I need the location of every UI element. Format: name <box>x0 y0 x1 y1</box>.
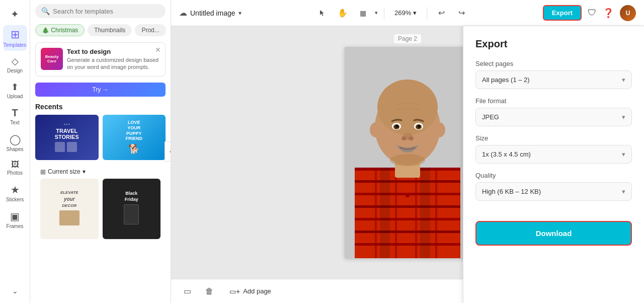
add-page-button[interactable]: ▭+ Add page <box>223 284 277 298</box>
cloud-icon: ☁ <box>179 8 187 18</box>
search-bar[interactable]: 🔍 <box>35 4 166 18</box>
sidebar-item-more[interactable]: ⌄ <box>3 284 27 298</box>
file-format-chevron: ▾ <box>622 113 625 121</box>
main-area: ☁ Untitled image ▾ ✋ ▦ ▾ 269% ▾ <box>171 0 644 303</box>
close-icon[interactable]: ✕ <box>155 46 161 54</box>
select-pages-chevron: ▾ <box>622 76 625 84</box>
tab-thumbnails[interactable]: Thumbnails <box>88 24 132 36</box>
template-card-elevate-content: ELEVATEyourDECOR <box>55 186 84 231</box>
collapse-panel-arrow[interactable]: ‹ <box>165 141 171 162</box>
download-button[interactable]: Download <box>475 221 632 246</box>
size-label: Size <box>475 134 632 142</box>
size-chevron: ▾ <box>622 150 625 158</box>
try-button[interactable]: Try → <box>35 83 166 97</box>
template-card-blackfriday-content: BlackFriday <box>120 187 143 231</box>
sidebar-item-templates[interactable]: ⊞ Templates <box>3 25 27 51</box>
undo-button[interactable]: ↩ <box>433 5 449 21</box>
redo-button[interactable]: ↪ <box>453 5 469 21</box>
file-menu-chevron[interactable]: ▾ <box>238 10 242 17</box>
left-panel: 🔍 🎄 Christmas Thumbnails Prod... BeautyC… <box>30 0 171 303</box>
quality-label: Quality <box>475 172 632 179</box>
search-input[interactable] <box>53 8 159 15</box>
zoom-value: 269% <box>394 9 411 17</box>
sidebar-item-text[interactable]: T Text <box>3 104 27 128</box>
select-pages-label: Select pages <box>475 60 632 67</box>
toolbar-tools: ✋ ▦ ▾ 269% ▾ ↩ ↪ <box>314 5 469 21</box>
export-button[interactable]: Export <box>543 5 582 21</box>
avatar[interactable]: U <box>620 5 636 21</box>
sidebar-item-upload[interactable]: ⬆ Upload <box>3 79 27 102</box>
zoom-button[interactable]: 269% ▾ <box>390 7 421 19</box>
size-value: 1x (3.5 x 4.5 cm) <box>482 150 531 158</box>
home-icon: ✦ <box>11 8 19 20</box>
sidebar-item-design-label: Design <box>7 68 23 73</box>
select-tool-button[interactable] <box>314 5 331 21</box>
recents-section: Recents • • • TRAVELSTORIES LOVEYOURPUPP… <box>30 101 171 303</box>
shield-icon[interactable]: 🛡 <box>588 8 597 18</box>
svg-point-25 <box>418 125 421 128</box>
top-toolbar: ☁ Untitled image ▾ ✋ ▦ ▾ 269% ▾ <box>171 0 644 26</box>
help-icon[interactable]: ❓ <box>603 8 614 19</box>
trash-icon: 🗑 <box>205 287 213 296</box>
add-page-icon: ▭+ <box>229 287 240 295</box>
svg-rect-10 <box>395 168 397 258</box>
canvas-image[interactable] <box>345 47 470 258</box>
shapes-icon: ◯ <box>10 133 21 145</box>
sidebar-item-shapes[interactable]: ◯ Shapes <box>3 130 27 155</box>
svg-point-17 <box>377 80 438 135</box>
quality-dropdown[interactable]: High (6 KB – 12 KB) ▾ <box>475 182 632 201</box>
template-card-blackfriday[interactable]: BlackFriday <box>103 179 161 239</box>
frame-button[interactable]: ▭ <box>179 283 195 299</box>
templates-icon: ⊞ <box>11 28 20 41</box>
svg-rect-9 <box>375 168 377 258</box>
svg-rect-7 <box>355 231 460 233</box>
select-pages-value: All pages (1 – 2) <box>482 76 530 84</box>
svg-point-29 <box>390 154 425 166</box>
sidebar-item-design[interactable]: ◇ Design <box>3 53 27 77</box>
file-format-value: JPEG <box>482 113 499 121</box>
sidebar-item-home[interactable]: ✦ <box>3 5 27 23</box>
undo-icon: ↩ <box>438 8 445 18</box>
toolbar-divider-2 <box>427 7 427 19</box>
sidebar-item-upload-label: Upload <box>7 94 23 99</box>
export-quality-section: Quality High (6 KB – 12 KB) ▾ <box>475 172 632 201</box>
select-pages-dropdown[interactable]: All pages (1 – 2) ▾ <box>475 70 632 89</box>
promo-banner: BeautyCare Text to design Generate a cus… <box>35 42 166 77</box>
recents-title: Recents <box>35 103 166 111</box>
quality-value: High (6 KB – 12 KB) <box>482 188 541 195</box>
sidebar-item-stickers-label: Stickers <box>6 197 24 202</box>
sidebar-item-photos[interactable]: 🖼 Photos <box>3 157 27 179</box>
text-icon: T <box>12 107 18 119</box>
hand-tool-button[interactable]: ✋ <box>335 5 351 21</box>
sidebar-item-stickers[interactable]: ★ Stickers <box>3 181 27 205</box>
recent-thumb-travel[interactable]: • • • TRAVELSTORIES <box>35 115 99 160</box>
template-card-elevate[interactable]: ELEVATEyourDECOR <box>40 179 99 239</box>
svg-rect-14 <box>420 168 430 258</box>
add-page-label: Add page <box>243 287 271 295</box>
svg-rect-8 <box>355 243 460 246</box>
frame-icon: ▭ <box>184 286 191 296</box>
tab-christmas[interactable]: 🎄 Christmas <box>35 24 85 36</box>
size-dropdown[interactable]: 1x (3.5 x 4.5 cm) ▾ <box>475 145 632 164</box>
delete-button[interactable]: 🗑 <box>201 283 217 299</box>
tabs-row: 🎄 Christmas Thumbnails Prod... <box>30 22 171 39</box>
grid-chevron[interactable]: ▾ <box>375 10 378 16</box>
design-icon: ◇ <box>12 56 19 67</box>
chevron-down-icon: ▾ <box>83 168 86 175</box>
sidebar-item-frames[interactable]: ▣ Frames <box>3 207 27 232</box>
svg-rect-3 <box>355 180 460 183</box>
more-icon: ⌄ <box>12 287 18 295</box>
sidebar-item-templates-label: Templates <box>4 42 27 48</box>
file-info: ☁ Untitled image ▾ <box>179 8 242 18</box>
recent-thumb-travel-label: • • • TRAVELSTORIES <box>53 120 81 154</box>
recent-thumb-dog[interactable]: LOVEYOURPUPPYFRIEND 🐕 <box>103 115 166 160</box>
grid-tool-button[interactable]: ▦ <box>355 5 371 21</box>
current-size-button[interactable]: ⊞ Current size ▾ <box>35 166 166 179</box>
svg-point-19 <box>433 122 445 137</box>
tab-products[interactable]: Prod... <box>135 24 166 36</box>
file-format-dropdown[interactable]: JPEG ▾ <box>475 108 632 126</box>
export-select-pages-section: Select pages All pages (1 – 2) ▾ <box>475 60 632 89</box>
file-name: Untitled image <box>190 9 235 17</box>
portrait-background <box>345 47 470 258</box>
sidebar-icons: ✦ ⊞ Templates ◇ Design ⬆ Upload T Text ◯… <box>0 0 30 303</box>
